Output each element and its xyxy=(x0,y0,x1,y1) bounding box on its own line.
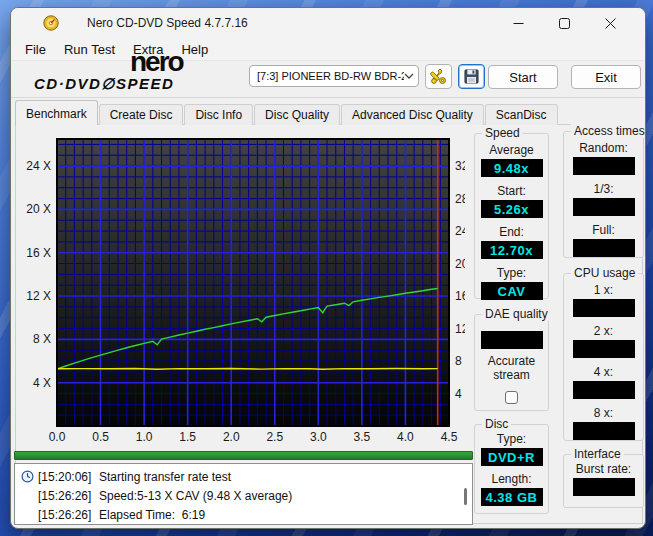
access-random-label: Random: xyxy=(579,141,628,155)
svg-text:1.0: 1.0 xyxy=(136,430,153,443)
svg-text:0.5: 0.5 xyxy=(92,430,109,443)
toolbar: nero CD·DVD∅SPEED [7:3] PIONEER BD-RW BD… xyxy=(11,61,645,98)
start-button[interactable]: Start xyxy=(488,65,558,89)
log-box: [15:20:06] Starting transfer rate test [… xyxy=(14,463,473,525)
nero-logo-subtitle: CD·DVD∅SPEED xyxy=(34,75,174,93)
speed-end-value: 12.70x xyxy=(481,241,543,259)
access-full-label: Full: xyxy=(592,223,615,237)
maximize-icon xyxy=(559,18,570,29)
svg-text:2.0: 2.0 xyxy=(223,430,240,443)
cpu-4x-label: 4 x: xyxy=(594,365,613,379)
svg-text:24 X: 24 X xyxy=(26,159,51,173)
interface-title: Interface xyxy=(571,447,624,461)
benchmark-chart: 4 X8 X12 X16 X20 X24 X481216202428320.00… xyxy=(15,127,465,443)
speed-panel: Speed Average 9.48x Start: 5.26x End: 12… xyxy=(474,133,549,299)
app-window: Nero CD-DVD Speed 4.7.7.16 File Run Test… xyxy=(10,7,646,529)
access-random-value xyxy=(573,157,635,175)
cpu-8x-label: 8 x: xyxy=(594,406,613,420)
minimize-button[interactable] xyxy=(495,8,541,38)
svg-text:32: 32 xyxy=(455,159,465,173)
cpu-usage-title: CPU usage xyxy=(571,266,638,280)
burst-rate-label: Burst rate: xyxy=(576,462,631,476)
svg-text:12: 12 xyxy=(455,322,465,336)
nero-logo-wordmark: nero xyxy=(130,49,183,75)
speed-start-label: Start: xyxy=(497,184,526,198)
svg-text:4.0: 4.0 xyxy=(397,430,414,443)
cpu-8x-value xyxy=(573,422,635,440)
cpu-usage-panel: CPU usage 1 x: 2 x: 4 x: 8 x: xyxy=(563,273,644,441)
progress-bar xyxy=(14,451,473,460)
cpu-2x-value xyxy=(573,340,635,358)
speed-start-value: 5.26x xyxy=(481,200,543,218)
app-icon xyxy=(43,15,59,31)
title-bar: Nero CD-DVD Speed 4.7.7.16 xyxy=(11,8,645,38)
accurate-stream-checkbox[interactable] xyxy=(505,391,518,404)
nero-logo: nero CD·DVD∅SPEED xyxy=(34,49,236,95)
svg-text:3.5: 3.5 xyxy=(354,430,371,443)
maximize-button[interactable] xyxy=(541,8,587,38)
log-scrollbar-thumb[interactable] xyxy=(464,488,467,505)
clock-icon xyxy=(21,470,38,483)
svg-text:4: 4 xyxy=(455,387,462,401)
tab-create-disc[interactable]: Create Disc xyxy=(99,104,184,125)
accurate-stream-label2: stream xyxy=(480,368,544,382)
disc-length-value: 4.38 GB xyxy=(481,488,543,506)
floppy-save-icon xyxy=(464,69,479,84)
cpu-1x-value xyxy=(573,299,635,317)
burst-rate-value xyxy=(573,478,635,496)
cpu-4x-value xyxy=(573,381,635,399)
log-row: [15:26:26] Elapsed Time: 6:19 xyxy=(21,505,462,524)
window-title: Nero CD-DVD Speed 4.7.7.16 xyxy=(87,16,248,30)
tab-disc-quality[interactable]: Disc Quality xyxy=(254,104,340,125)
drive-select[interactable]: [7:3] PIONEER BD-RW BDR-212D 1.03 xyxy=(249,65,419,87)
interface-panel: Interface Burst rate: xyxy=(563,454,644,508)
svg-text:8: 8 xyxy=(455,354,462,368)
disc-length-label: Length: xyxy=(491,472,531,486)
log-timestamp: [15:26:26] xyxy=(38,489,99,503)
svg-text:20 X: 20 X xyxy=(26,202,51,216)
log-row: [15:26:26] Speed:5-13 X CAV (9.48 X aver… xyxy=(21,486,462,505)
save-button[interactable] xyxy=(458,64,485,89)
svg-text:28: 28 xyxy=(455,192,465,206)
access-full-value xyxy=(573,239,635,257)
svg-text:4 X: 4 X xyxy=(33,376,51,390)
svg-text:2.5: 2.5 xyxy=(266,430,283,443)
drive-select-value: [7:3] PIONEER BD-RW BDR-212D 1.03 xyxy=(257,70,404,82)
speed-type-value: CAV xyxy=(481,282,543,300)
svg-text:0.0: 0.0 xyxy=(49,430,66,443)
log-row: [15:20:06] Starting transfer rate test xyxy=(21,467,462,486)
svg-text:12 X: 12 X xyxy=(26,289,51,303)
speed-panel-title: Speed xyxy=(482,126,523,140)
cpu-2x-label: 2 x: xyxy=(594,324,613,338)
svg-text:24: 24 xyxy=(455,224,465,238)
access-times-title: Access times xyxy=(571,124,646,138)
tab-scandisc[interactable]: ScanDisc xyxy=(485,104,558,125)
speed-end-label: End: xyxy=(499,225,524,239)
dae-quality-value xyxy=(481,331,543,349)
exit-button[interactable]: Exit xyxy=(571,65,641,89)
cpu-1x-label: 1 x: xyxy=(594,283,613,297)
svg-text:16 X: 16 X xyxy=(26,246,51,260)
options-button[interactable] xyxy=(425,64,452,89)
access-third-value xyxy=(573,198,635,216)
log-message: Elapsed Time: 6:19 xyxy=(99,508,205,522)
svg-text:20: 20 xyxy=(455,257,465,271)
disc-panel: Disc Type: DVD+R Length: 4.38 GB xyxy=(474,424,549,514)
tab-advanced-disc-quality[interactable]: Advanced Disc Quality xyxy=(341,104,484,125)
log-timestamp: [15:26:26] xyxy=(38,508,99,522)
svg-text:16: 16 xyxy=(455,289,465,303)
svg-text:8 X: 8 X xyxy=(33,332,51,346)
close-icon xyxy=(605,18,616,29)
tab-benchmark[interactable]: Benchmark xyxy=(15,100,98,125)
close-button[interactable] xyxy=(587,8,633,38)
svg-text:4.5: 4.5 xyxy=(441,430,458,443)
disc-type-value: DVD+R xyxy=(481,448,543,466)
dae-quality-title: DAE quality xyxy=(482,307,551,321)
speed-average-value: 9.48x xyxy=(481,159,543,177)
speed-average-label: Average xyxy=(489,143,533,157)
tab-disc-info[interactable]: Disc Info xyxy=(184,104,253,125)
disc-type-label: Type: xyxy=(497,432,526,446)
access-third-label: 1/3: xyxy=(593,182,613,196)
log-message: Speed:5-13 X CAV (9.48 X average) xyxy=(99,489,292,503)
accurate-stream-label: Accurate xyxy=(480,354,544,368)
